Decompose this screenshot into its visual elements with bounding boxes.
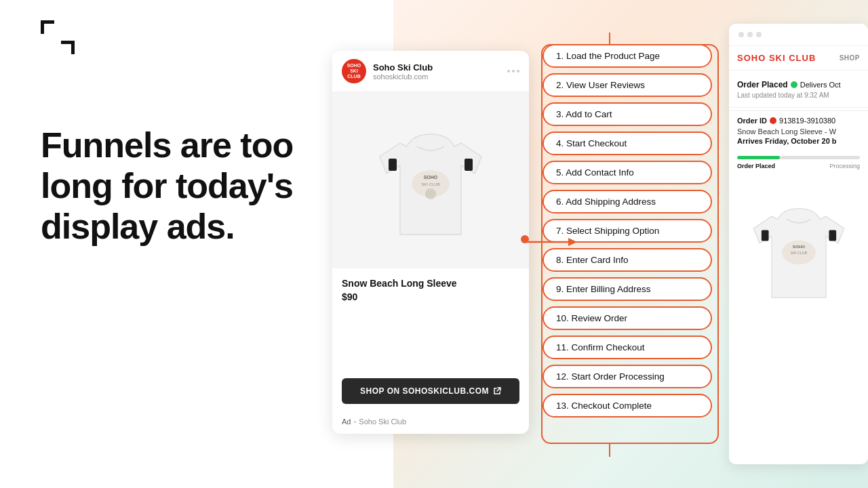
brand-url: sohoskiclub.com — [373, 73, 500, 81]
svg-point-9 — [425, 188, 436, 199]
arrow-connector — [524, 235, 578, 249]
brand-logo: SOHOSKICLUB — [342, 59, 366, 83]
funnel-step-9: 9. Enter Billing Address — [542, 277, 712, 301]
ad-footer: Ad • Soho Ski Club — [332, 412, 529, 434]
hero-headline: Funnels are too long for today's display… — [41, 125, 298, 247]
order-id-row: Order ID 913819-3910380 — [737, 117, 860, 125]
progress-label-processing: Processing — [829, 163, 860, 169]
progress-label-placed: Order Placed — [737, 163, 775, 169]
panel-shirt-svg: SOHO SKI CLUB — [745, 182, 853, 317]
panel-brand-name: SOHO SKI CLUB — [737, 53, 816, 63]
panel-shop-label: SHOP — [840, 54, 860, 62]
svg-text:SOHO: SOHO — [792, 244, 804, 249]
card-menu-dots — [507, 70, 519, 73]
progress-bar-container: Order Placed Processing — [729, 150, 868, 175]
order-placed-title: Order Placed Delivers Oct — [737, 80, 860, 89]
svg-rect-4 — [389, 159, 397, 171]
progress-bar — [737, 156, 860, 159]
funnel-step-11: 11. Confirm Checkout — [542, 336, 712, 359]
funnel-step-3: 3. Add to Cart — [542, 102, 712, 126]
funnel-step-1: 1. Load the Product Page — [542, 44, 712, 68]
svg-text:SOHO: SOHO — [424, 175, 438, 180]
ad-card-header: SOHOSKICLUB Soho Ski Club sohoskiclub.co… — [332, 51, 529, 92]
hero-section: Funnels are too long for today's display… — [41, 125, 298, 247]
panel-traffic-lights — [729, 24, 868, 46]
brand-info: Soho Ski Club sohoskiclub.com — [373, 62, 500, 81]
panel-divider-1 — [729, 70, 868, 70]
shirt-svg: SOHO SKI CLUB — [370, 106, 492, 255]
funnel-step-13: 13. Checkout Complete — [542, 394, 712, 418]
funnel-step-2: 2. View User Reviews — [542, 73, 712, 97]
funnel-step-4: 4. Start Checkout — [542, 131, 712, 155]
red-status-dot — [770, 117, 776, 124]
product-name: Snow Beach Long Sleeve — [342, 278, 519, 289]
svg-rect-13 — [829, 230, 836, 241]
product-info: Snow Beach Long Sleeve $90 — [332, 268, 529, 378]
logo-icon — [41, 20, 75, 54]
funnel-step-10: 10. Review Order — [542, 306, 712, 330]
order-placed-section: Order Placed Delivers Oct Last updated t… — [729, 73, 868, 104]
product-price: $90 — [342, 291, 519, 302]
svg-marker-11 — [568, 238, 577, 246]
updated-text: Last updated today at 9:32 AM — [737, 92, 860, 99]
funnel-step-12: 12. Start Order Processing — [542, 365, 712, 388]
svg-rect-1 — [41, 20, 44, 34]
cta-label: SHOP ON SOHOSKICLUB.COM — [360, 386, 489, 396]
panel-shirt-image: SOHO SKI CLUB — [729, 175, 868, 324]
brand-name: Soho Ski Club — [373, 62, 500, 73]
dot-green — [756, 32, 762, 37]
connector-dot-left — [521, 235, 529, 243]
ad-card: SOHOSKICLUB Soho Ski Club sohoskiclub.co… — [332, 51, 529, 434]
order-product-short: Snow Beach Long Sleeve - W — [737, 127, 860, 136]
dot-red — [738, 32, 744, 37]
funnel-step-6: 6. Add Shipping Address — [542, 190, 712, 214]
ad-label: Ad — [342, 418, 351, 426]
order-id-section: Order ID 913819-3910380 Snow Beach Long … — [729, 110, 868, 150]
order-placed-label: Order Placed — [737, 80, 788, 89]
footer-brand: Soho Ski Club — [359, 418, 406, 426]
svg-rect-12 — [761, 230, 768, 241]
order-id-label: Order ID — [737, 117, 767, 125]
svg-rect-5 — [465, 159, 473, 171]
progress-fill — [737, 156, 780, 159]
svg-text:SKI CLUB: SKI CLUB — [421, 182, 439, 186]
cta-button[interactable]: SHOP ON SOHOSKICLUB.COM — [342, 378, 519, 404]
svg-rect-3 — [71, 41, 75, 54]
delivers-text: Delivers Oct — [800, 81, 841, 89]
order-id-number: 913819-3910380 — [779, 117, 835, 125]
svg-text:SKI CLUB: SKI CLUB — [790, 251, 807, 255]
panel-brand-header: SOHO SKI CLUB SHOP — [729, 46, 868, 67]
green-status-dot — [791, 81, 797, 88]
panel-divider-2 — [729, 107, 868, 108]
order-panel: SOHO SKI CLUB SHOP Order Placed Delivers… — [729, 24, 868, 464]
logo — [41, 20, 75, 57]
product-image: SOHO SKI CLUB — [332, 92, 529, 268]
funnel-step-8: 8. Enter Card Info — [542, 248, 712, 272]
external-link-icon — [493, 387, 501, 395]
funnel-steps-container: 1. Load the Product Page2. View User Rev… — [542, 44, 712, 418]
progress-labels: Order Placed Processing — [737, 163, 860, 169]
bottom-connector-line — [609, 443, 610, 457]
order-arrives: Arrives Friday, October 20 b — [737, 137, 860, 145]
funnel-step-5: 5. Add Contact Info — [542, 161, 712, 184]
dot-yellow — [747, 32, 753, 37]
